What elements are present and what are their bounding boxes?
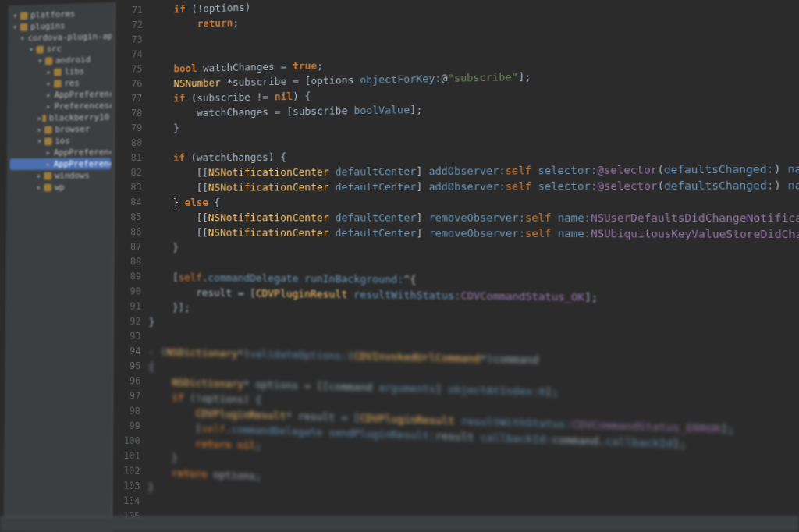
token: if [173, 92, 185, 104]
token: name: [558, 211, 591, 224]
line-number: 101 [112, 448, 140, 464]
token [150, 152, 173, 164]
tree-item-label: wp [55, 182, 65, 192]
line-number: 80 [115, 136, 143, 151]
token: defaultsChanged: [664, 162, 774, 176]
tree-item[interactable]: ▾ios [10, 135, 111, 147]
line-number: 78 [115, 106, 143, 121]
line-number: 83 [114, 180, 142, 195]
token: } [148, 451, 178, 464]
token: ; [233, 16, 239, 28]
tree-item[interactable]: ▸browser [10, 123, 111, 136]
tree-item-label: ios [55, 136, 69, 146]
token: - ( [149, 346, 167, 358]
token: (subscribe != [185, 90, 274, 104]
token [329, 165, 336, 177]
token: runInBackground: [304, 272, 403, 286]
token: options; [207, 468, 261, 482]
line-number: 71 [115, 3, 143, 19]
tree-item-label: AppPreferences.java [54, 88, 111, 100]
token: result [435, 430, 481, 444]
token: addObserver: [429, 180, 506, 193]
folder-icon [20, 12, 28, 20]
token: NSNotificationCenter [208, 226, 329, 239]
token: ] [416, 211, 428, 224]
token [150, 92, 173, 105]
token: name: [558, 227, 591, 239]
tree-item-label: PreferencesActivity.template [54, 100, 111, 112]
folder-icon [44, 172, 52, 179]
folder-icon [54, 80, 62, 87]
code-line[interactable]: [[NSNotificationCenter defaultCenter] ad… [150, 176, 799, 195]
tree-item-label: browser [55, 124, 90, 134]
token: nil [275, 90, 293, 103]
token: CDVInvokedUrlCommand [353, 349, 480, 364]
token: ; [317, 59, 323, 71]
tree-item[interactable]: ▸AppPreferences.m [10, 158, 111, 170]
tree-item[interactable]: ▸blackberry10 [10, 112, 111, 125]
token [329, 211, 336, 223]
chevron-right-icon: ▸ [46, 159, 51, 169]
token: . [202, 271, 208, 283]
chevron-down-icon: ▾ [37, 55, 45, 66]
token: defaultCenter [336, 227, 417, 239]
folder-icon [44, 126, 52, 133]
token: ] [435, 383, 448, 395]
token: sendPluginResult: [328, 427, 435, 442]
token: ) [774, 162, 788, 176]
line-number: 82 [114, 165, 142, 180]
line-number: 96 [113, 374, 141, 389]
token [531, 180, 538, 193]
folder-icon [54, 68, 62, 76]
project-tree-sidebar[interactable]: ▾platforms▾plugins▾cordova-plugin-app-pr… [4, 2, 115, 532]
token [148, 391, 172, 403]
line-number: 79 [115, 121, 143, 136]
token: self [506, 165, 531, 177]
line-number: 98 [112, 403, 140, 419]
token: bool [173, 62, 197, 75]
code-area[interactable]: if (!options) return; bool watchChanges … [147, 0, 799, 532]
tree-item[interactable]: ▸windows [10, 169, 111, 182]
line-number: 87 [114, 239, 142, 254]
token [531, 165, 538, 177]
token: return [172, 466, 208, 480]
line-number: 72 [115, 18, 143, 34]
line-number: 102 [112, 463, 140, 479]
token: objectForKey: [360, 73, 441, 87]
token: defaultsChanged: [664, 179, 774, 192]
token: * options = [[command [243, 378, 378, 394]
token: ]; [584, 291, 598, 303]
token: } [149, 241, 179, 253]
code-editor[interactable]: 7172737475767778798081828384858687888990… [112, 0, 799, 532]
line-number-gutter: 7172737475767778798081828384858687888990… [112, 3, 151, 532]
line-number: 90 [113, 284, 141, 300]
token: } [148, 481, 154, 494]
tree-item-label: AppPreferences.h [54, 147, 111, 158]
token [151, 18, 197, 31]
token: ] [416, 227, 428, 239]
token: NSNumber [173, 76, 220, 89]
code-line[interactable]: } else { [150, 193, 799, 211]
token: NSDictionary [166, 346, 237, 360]
chevron-down-icon: ▾ [20, 34, 25, 44]
code-line[interactable]: [[NSNotificationCenter defaultCenter] re… [149, 210, 799, 226]
token: } [150, 122, 179, 133]
line-number: 95 [113, 358, 141, 374]
line-number: 99 [112, 418, 140, 434]
token: watchChanges = [subscribe [150, 105, 353, 119]
token: ( [657, 163, 664, 176]
token: defaultCenter [336, 165, 417, 178]
tree-item[interactable]: ▸AppPreferences.h [10, 146, 111, 158]
token: self [525, 211, 552, 224]
token: self [179, 271, 202, 283]
tree-item[interactable]: ▸wp [9, 181, 110, 193]
line-number: 93 [113, 328, 141, 344]
status-bar [0, 516, 799, 532]
token: selector: [538, 179, 597, 192]
token: *) [237, 348, 249, 360]
token: objectAtIndex: [448, 383, 538, 398]
line-number: 92 [113, 314, 141, 329]
line-number: 77 [115, 91, 143, 107]
token: NSNotificationCenter [208, 211, 329, 223]
token: ]; [518, 70, 531, 83]
